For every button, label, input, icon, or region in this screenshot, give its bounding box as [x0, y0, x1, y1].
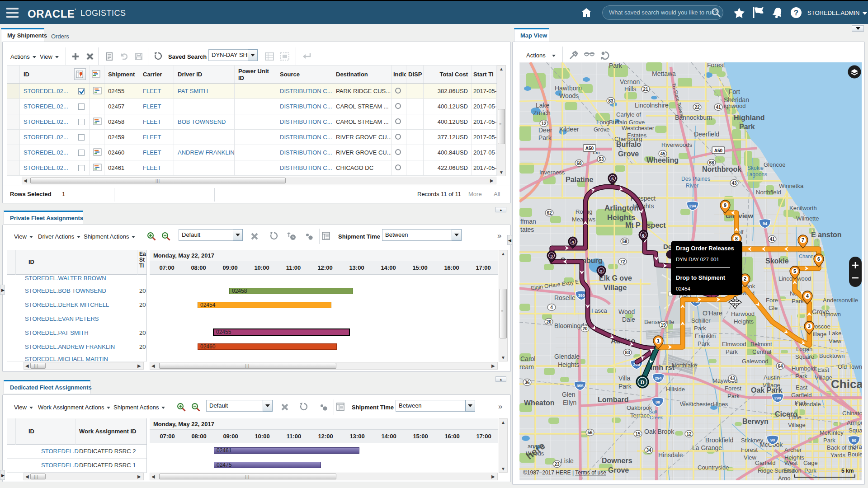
svg-text:Berwyn: Berwyn: [742, 418, 769, 425]
svg-text:4: 4: [550, 305, 553, 310]
svg-text:15: 15: [635, 432, 641, 436]
svg-text:Park: Park: [609, 62, 623, 69]
svg-text:Park: Park: [823, 437, 835, 444]
svg-text:East: East: [817, 366, 829, 373]
svg-text:Park: Park: [727, 393, 740, 399]
svg-text:83: 83: [625, 350, 630, 355]
svg-text:23: 23: [554, 462, 560, 467]
svg-text:Cicero: Cicero: [775, 410, 797, 418]
svg-text:Park: Park: [739, 123, 755, 131]
svg-text:Fore: Fore: [766, 297, 778, 304]
svg-text:I asca: I asca: [591, 307, 607, 314]
svg-text:River: River: [686, 183, 698, 189]
svg-text:22: 22: [694, 105, 700, 110]
svg-text:3: 3: [808, 324, 811, 329]
svg-text:Ridge: Ridge: [758, 467, 773, 474]
svg-text:294: 294: [689, 204, 696, 208]
svg-text:Kildeer: Kildeer: [559, 126, 579, 133]
svg-text:Westchester: Westchester: [622, 125, 655, 131]
svg-text:Village: Village: [788, 422, 806, 428]
svg-text:Salt: Salt: [649, 409, 657, 414]
svg-text:Wheaton: Wheaton: [524, 399, 555, 407]
svg-text:Carol: Carol: [520, 355, 535, 362]
svg-text:East: East: [796, 384, 807, 391]
svg-text:Argo: Argo: [778, 475, 790, 480]
svg-text:90: 90: [852, 438, 856, 443]
svg-text:53: 53: [599, 157, 604, 162]
svg-text:Des Plaines: Des Plaines: [681, 176, 710, 182]
svg-text:41: 41: [769, 237, 775, 242]
svg-text:Forest: Forest: [707, 62, 725, 69]
svg-text:Terrace: Terrace: [630, 412, 650, 419]
svg-text:Drop to Shipment: Drop to Shipment: [676, 274, 726, 281]
svg-text:Stickney: Stickney: [741, 437, 764, 444]
svg-text:Yards: Yards: [830, 452, 845, 459]
svg-text:Old Town: Old Town: [838, 363, 862, 370]
svg-text:D: D: [640, 379, 644, 385]
svg-text:Mettawa: Mettawa: [652, 70, 676, 77]
svg-text:Heights: Heights: [784, 454, 805, 461]
svg-text:56: 56: [587, 430, 593, 435]
svg-text:58: 58: [622, 239, 627, 244]
svg-text:Hinsdale: Hinsdale: [658, 451, 683, 459]
svg-text:20: 20: [546, 319, 552, 324]
svg-text:Forest: Forest: [725, 385, 741, 392]
svg-text:72: 72: [620, 259, 625, 264]
svg-text:Armour: Armour: [847, 419, 862, 426]
svg-text:5: 5: [611, 176, 614, 181]
svg-text:Wheeling: Wheeling: [646, 156, 679, 164]
svg-text:Grove: Grove: [608, 466, 629, 474]
svg-text:Galewood: Galewood: [742, 358, 769, 365]
svg-text:Elsdon: Elsdon: [783, 467, 802, 474]
svg-text:Skokie: Skokie: [765, 257, 789, 265]
svg-text:Humboldt: Humboldt: [792, 365, 817, 372]
svg-text:Drag Order Releases: Drag Order Releases: [676, 245, 734, 252]
svg-text:Lake: Lake: [829, 330, 841, 337]
svg-text:Belmont: Belmont: [750, 341, 772, 347]
svg-text:Grove: Grove: [594, 126, 609, 133]
svg-text:Glendale: Glendale: [554, 353, 580, 360]
svg-text:Square: Square: [849, 427, 862, 434]
svg-text:Countryside: Countryside: [698, 464, 729, 471]
svg-text:Archer: Archer: [784, 446, 802, 453]
svg-text:Wood: Wood: [618, 308, 635, 315]
svg-text:Park: Park: [698, 340, 710, 347]
svg-text:355: 355: [576, 384, 583, 388]
svg-text:Village: Village: [815, 374, 832, 381]
svg-text:Buffalo: Buffalo: [616, 141, 641, 148]
svg-text:Gle: Gle: [769, 305, 778, 311]
svg-text:A50: A50: [585, 146, 594, 151]
svg-text:Wilmette: Wilmette: [796, 215, 819, 222]
svg-text:Park: Park: [694, 325, 706, 332]
svg-text:Park: Park: [804, 467, 816, 474]
svg-text:Creek: Creek: [650, 415, 663, 420]
svg-text:Boulevar: Boulevar: [848, 451, 862, 458]
svg-text:Arlington: Arlington: [604, 204, 639, 212]
svg-text:12: 12: [541, 121, 547, 126]
svg-text:290: 290: [774, 396, 781, 400]
svg-text:ighwood: ighwood: [724, 103, 745, 109]
svg-text:Garfield: Garfield: [791, 392, 812, 399]
svg-text:8: 8: [735, 236, 738, 241]
svg-text:Lisle: Lisle: [561, 457, 574, 465]
svg-text:illage: illage: [813, 331, 826, 338]
svg-text:20: 20: [582, 326, 588, 331]
svg-text:©1987–2017 HERE | Terms of use: ©1987–2017 HERE | Terms of use: [523, 469, 606, 476]
svg-text:Heights: Heights: [607, 213, 635, 222]
svg-text:Square: Square: [795, 353, 814, 360]
svg-text:2: 2: [744, 276, 746, 282]
svg-text:O'Hare: O'Hare: [703, 310, 722, 317]
svg-text:43: 43: [731, 181, 737, 186]
svg-text:Deer: Deer: [538, 127, 552, 134]
svg-text:Glencoe: Glencoe: [764, 161, 785, 168]
svg-text:19: 19: [660, 323, 666, 328]
svg-text:Grove: Grove: [618, 150, 639, 158]
svg-text:Dale: Dale: [622, 316, 635, 323]
svg-text:Skokie: Skokie: [747, 165, 764, 171]
svg-text:Heights: Heights: [558, 361, 579, 368]
svg-text:21: 21: [643, 87, 648, 92]
svg-text:Ellyn: Ellyn: [563, 399, 576, 406]
svg-text:83: 83: [608, 99, 613, 103]
svg-text:Long: Long: [596, 119, 609, 126]
svg-text:Lagoons: Lagoons: [746, 171, 767, 178]
